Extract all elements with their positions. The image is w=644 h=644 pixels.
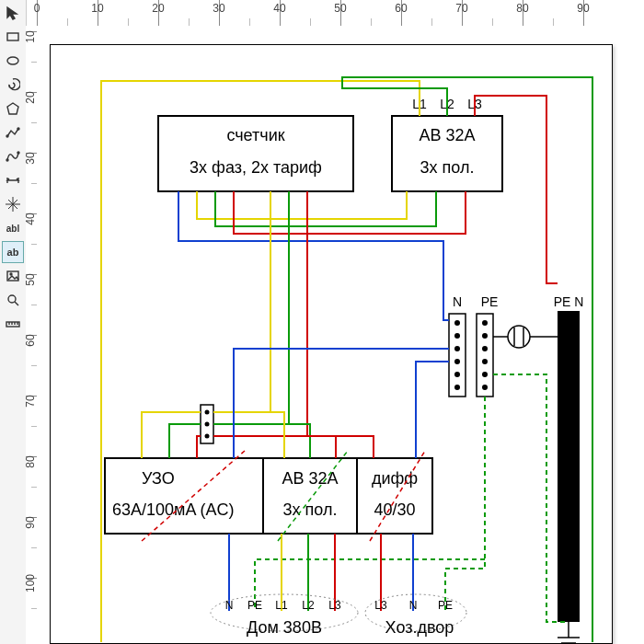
wire-uzo-L2 xyxy=(169,424,201,458)
label-house: Дом 380В xyxy=(247,618,322,637)
wire-dn-L3 xyxy=(213,191,307,436)
svg-text:УЗО: УЗО xyxy=(142,469,175,488)
svg-point-42 xyxy=(205,434,210,439)
svg-point-7 xyxy=(10,273,12,275)
lbl-bL2: L2 xyxy=(302,599,315,612)
dimension-icon[interactable] xyxy=(2,169,24,191)
horizontal-ruler: 0102030405060708090 xyxy=(37,0,644,27)
svg-point-5 xyxy=(17,152,19,154)
label-PE: PE xyxy=(481,294,499,309)
svg-point-37 xyxy=(482,372,488,377)
symbol-coupler xyxy=(493,326,558,348)
label-PEN: PE N xyxy=(554,294,584,309)
arrow-icon[interactable] xyxy=(2,2,24,24)
wire-uzo-L1 xyxy=(142,412,201,458)
lbl-b2L3: L3 xyxy=(374,599,387,612)
svg-point-27 xyxy=(454,333,460,339)
zoom-icon[interactable] xyxy=(2,289,24,311)
label-N: N xyxy=(453,294,462,309)
toolbar: abl ab xyxy=(0,0,27,644)
svg-text:40/30: 40/30 xyxy=(374,500,415,519)
rect-icon[interactable] xyxy=(2,26,24,48)
svg-rect-16 xyxy=(105,458,263,534)
svg-point-41 xyxy=(205,422,210,427)
lbl-bL3: L3 xyxy=(328,599,341,612)
wire-PE-barn xyxy=(445,397,485,611)
svg-text:дифф: дифф xyxy=(372,469,418,488)
svg-point-43 xyxy=(508,326,530,348)
wire-me-L1 xyxy=(197,191,407,219)
text2-icon[interactable]: ab xyxy=(2,241,24,263)
svg-point-1 xyxy=(7,57,18,64)
block-ab: AB 32A 3х пол. xyxy=(392,116,502,191)
pen-bar xyxy=(558,311,580,622)
svg-point-34 xyxy=(482,333,488,339)
svg-text:3х пол.: 3х пол. xyxy=(420,158,475,177)
wire-ab2-L3 xyxy=(307,436,336,458)
spiral-icon[interactable] xyxy=(2,74,24,96)
canvas[interactable]: счетчик 3х фаз, 2х тариф AB 32A 3х пол. … xyxy=(37,26,644,644)
svg-point-33 xyxy=(482,320,488,326)
wire-me-N xyxy=(178,191,449,320)
ground-icon xyxy=(558,622,580,644)
svg-rect-25 xyxy=(449,314,466,397)
terminal-PE xyxy=(477,314,493,397)
lbl-bN: N xyxy=(225,599,234,612)
svg-text:63A/100мA (AC): 63A/100мA (AC) xyxy=(112,500,234,519)
wire-diff-L3 xyxy=(336,436,374,458)
block-uzo: УЗО 63A/100мA (AC) xyxy=(105,458,263,534)
schematic-diagram: счетчик 3х фаз, 2х тариф AB 32A 3х пол. … xyxy=(50,44,638,644)
svg-point-35 xyxy=(482,346,488,351)
bezier-icon[interactable] xyxy=(2,145,24,167)
lbl-bL1: L1 xyxy=(275,599,288,612)
svg-point-38 xyxy=(482,385,488,390)
svg-text:AB 32A: AB 32A xyxy=(282,469,338,488)
svg-text:AB 32A: AB 32A xyxy=(419,126,475,144)
wire-me-L3 xyxy=(234,191,466,234)
block-ab2: AB 32A 3х пол. xyxy=(263,458,357,534)
svg-point-28 xyxy=(454,346,460,351)
block-meter: счетчик 3х фаз, 2х тариф xyxy=(158,116,353,191)
measure-icon[interactable] xyxy=(2,313,24,335)
wire-dn-L1 xyxy=(213,191,270,412)
polygon-icon[interactable] xyxy=(2,98,24,120)
svg-text:3х фаз, 2х тариф: 3х фаз, 2х тариф xyxy=(190,158,322,177)
svg-point-29 xyxy=(454,359,460,364)
svg-point-3 xyxy=(17,128,19,130)
terminal-N xyxy=(449,314,466,397)
svg-point-26 xyxy=(454,320,460,326)
svg-point-30 xyxy=(454,372,460,377)
wire-PE-main xyxy=(493,374,569,622)
star-icon[interactable] xyxy=(2,193,24,215)
svg-text:3х пол.: 3х пол. xyxy=(283,500,338,519)
svg-point-8 xyxy=(8,295,16,303)
polyline-icon[interactable] xyxy=(2,121,24,144)
svg-rect-32 xyxy=(477,314,493,397)
lbl-b2N: N xyxy=(409,599,418,612)
lbl-b2PE: PE xyxy=(438,599,453,612)
lbl-bPE: PE xyxy=(247,599,262,612)
image-icon[interactable] xyxy=(2,265,24,287)
text-icon[interactable]: abl xyxy=(2,217,24,239)
svg-rect-0 xyxy=(7,33,18,40)
svg-point-40 xyxy=(205,410,210,415)
svg-point-31 xyxy=(454,385,460,390)
wire-me-L2 xyxy=(215,191,436,226)
wire-diff-N xyxy=(416,362,449,458)
svg-point-4 xyxy=(6,159,8,161)
svg-text:счетчик: счетчик xyxy=(226,126,284,144)
ellipse-icon[interactable] xyxy=(2,50,24,72)
block-diff: дифф 40/30 xyxy=(357,458,432,534)
label-barn: Хоз.двор xyxy=(385,618,454,637)
svg-point-2 xyxy=(6,135,8,137)
svg-point-36 xyxy=(482,359,488,364)
terminal-small xyxy=(201,405,213,443)
